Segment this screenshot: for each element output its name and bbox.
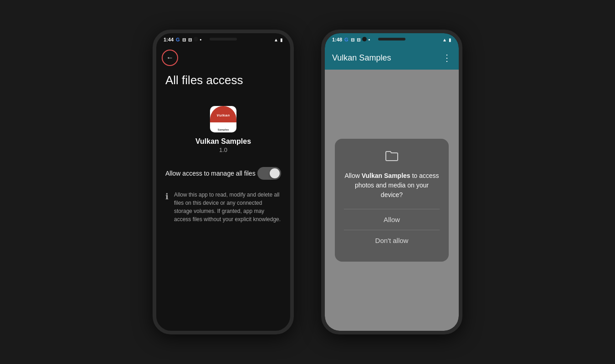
- status-icon-2: ⊟: [188, 37, 192, 42]
- dialog-prefix: Allow: [344, 172, 361, 179]
- status-bar-2: 1:48 G ⊟ ⊟ ⬇ • ▲ ▮: [325, 33, 459, 46]
- back-arrow-icon: ←: [166, 54, 174, 62]
- silent-button-2: [321, 137, 323, 155]
- phone-2: 1:48 G ⊟ ⊟ ⬇ • ▲ ▮ Vulkan Samples ⋮: [321, 30, 462, 334]
- vulkan-bottom-label: Samples: [218, 128, 229, 131]
- status-icon-4: ⊟: [351, 37, 354, 42]
- overflow-menu-icon[interactable]: ⋮: [442, 52, 451, 63]
- dialog-app-name: Vulkan Samples: [362, 172, 410, 179]
- wifi-icon-2: ▲: [442, 37, 447, 42]
- screen1-body: All files access Vulkan Samples Vulkan S…: [156, 46, 290, 233]
- status-icon-6: ⬇: [363, 37, 366, 42]
- page-title: All files access: [165, 73, 281, 87]
- toolbar-title: Vulkan Samples: [332, 53, 442, 63]
- app-version: 1.0: [219, 147, 227, 153]
- toggle-label: Allow access to manage all files: [165, 170, 257, 177]
- volume-up-button: [153, 88, 154, 106]
- dont-allow-button[interactable]: Don't allow: [344, 230, 440, 251]
- volume-up-button-2: [321, 88, 323, 106]
- status-bar-1: 1:44 G ⊟ ⊟ ⬇ • ▲ ▮: [156, 33, 290, 46]
- info-section: ℹ Allow this app to read, modify and del…: [165, 191, 281, 223]
- google-icon-2: G: [344, 37, 348, 42]
- phone-2-screen: 1:48 G ⊟ ⊟ ⬇ • ▲ ▮ Vulkan Samples ⋮: [325, 33, 459, 331]
- power-button-2: [461, 97, 462, 124]
- permission-dialog: Allow Vulkan Samples to access photos an…: [335, 139, 449, 262]
- folder-icon: [385, 150, 399, 165]
- toggle-knob: [270, 168, 280, 178]
- status-left-2: 1:48 G ⊟ ⊟ ⬇ •: [332, 37, 370, 42]
- status-left-1: 1:44 G ⊟ ⊟ ⬇ •: [164, 37, 201, 42]
- phone1-content: ← All files access Vulkan Samples Vulkan…: [156, 46, 290, 331]
- status-icon-5: ⊟: [357, 37, 360, 42]
- battery-icon-2: ▮: [449, 37, 451, 42]
- time-display-2: 1:48: [332, 37, 342, 42]
- toggle-row: Allow access to manage all files: [165, 167, 281, 180]
- phone-1: 1:44 G ⊟ ⊟ ⬇ • ▲ ▮ ← All files access: [153, 30, 294, 334]
- info-description: Allow this app to read, modify and delet…: [174, 191, 281, 223]
- wifi-icon-1: ▲: [274, 37, 278, 42]
- app-info: Vulkan Samples Vulkan Samples 1.0: [165, 106, 281, 153]
- status-icon-3: ⬇: [194, 37, 198, 42]
- power-button: [292, 97, 294, 124]
- volume-down-button-2: [321, 113, 323, 131]
- app-toolbar: Vulkan Samples ⋮: [325, 46, 459, 70]
- status-icon-1: ⊟: [182, 37, 186, 42]
- status-dot-2: •: [369, 37, 370, 42]
- battery-icon-1: ▮: [280, 37, 283, 42]
- volume-down-button: [153, 113, 154, 131]
- status-right-1: ▲ ▮: [274, 37, 283, 42]
- allow-button[interactable]: Allow: [344, 209, 440, 230]
- time-display-1: 1:44: [164, 37, 174, 42]
- status-right-2: ▲ ▮: [442, 37, 451, 42]
- back-button[interactable]: ←: [162, 50, 178, 66]
- files-access-toggle[interactable]: [257, 167, 281, 180]
- app-name: Vulkan Samples: [195, 137, 251, 146]
- silent-button: [153, 137, 154, 155]
- app-icon: Vulkan Samples: [210, 106, 237, 133]
- google-icon-1: G: [176, 37, 180, 42]
- phone2-main-content: Allow Vulkan Samples to access photos an…: [325, 70, 459, 331]
- info-icon: ℹ: [165, 192, 169, 202]
- vulkan-icon-inner: Vulkan Samples: [210, 106, 236, 132]
- vulkan-red-arc: Vulkan: [210, 106, 236, 122]
- status-dot: •: [200, 37, 202, 42]
- vulkan-logo-text: Vulkan: [216, 113, 230, 117]
- dialog-message: Allow Vulkan Samples to access photos an…: [344, 171, 440, 200]
- phone-1-screen: 1:44 G ⊟ ⊟ ⬇ • ▲ ▮ ← All files access: [156, 33, 290, 331]
